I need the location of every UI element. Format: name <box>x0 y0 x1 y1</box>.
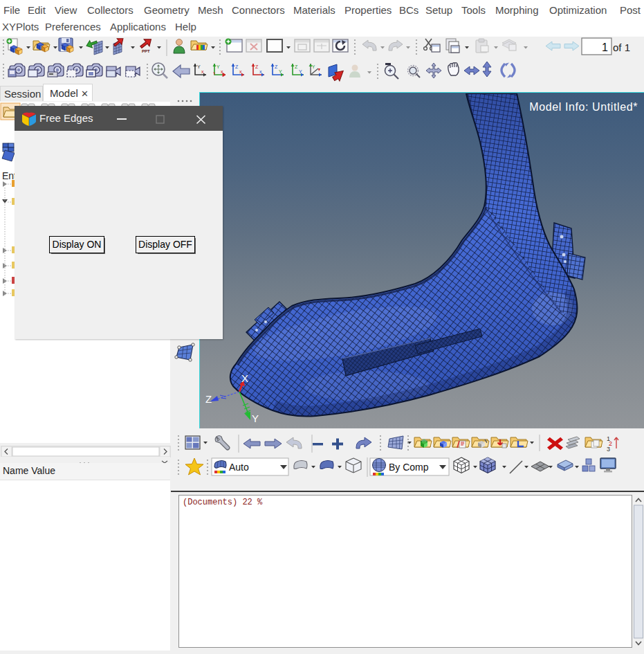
svg-text:Z: Z <box>275 64 278 69</box>
svg-text:Z: Z <box>205 393 212 405</box>
svg-text:X: X <box>241 372 248 384</box>
svg-text:Y: Y <box>312 64 315 69</box>
svg-text:x: x <box>221 69 223 74</box>
svg-text:of 1: of 1 <box>613 42 630 53</box>
svg-text:PPT: PPT <box>142 49 150 53</box>
svg-text:Auto: Auto <box>229 462 249 473</box>
svg-text:Y: Y <box>252 412 259 424</box>
svg-text:x: x <box>239 69 242 74</box>
svg-text:Z: Z <box>295 64 298 69</box>
svg-text:3: 3 <box>607 446 610 453</box>
svg-text:Y: Y <box>197 64 201 69</box>
svg-text:Y: Y <box>299 69 302 74</box>
svg-text:Z: Z <box>255 64 259 69</box>
svg-text:Y: Y <box>217 64 220 69</box>
svg-text:Z: Z <box>235 64 239 69</box>
svg-text:1: 1 <box>602 42 608 53</box>
svg-text:x: x <box>259 69 262 74</box>
svg-text:By Comp: By Comp <box>389 462 429 473</box>
svg-text:x: x <box>201 69 204 74</box>
svg-text:Y: Y <box>279 69 282 74</box>
